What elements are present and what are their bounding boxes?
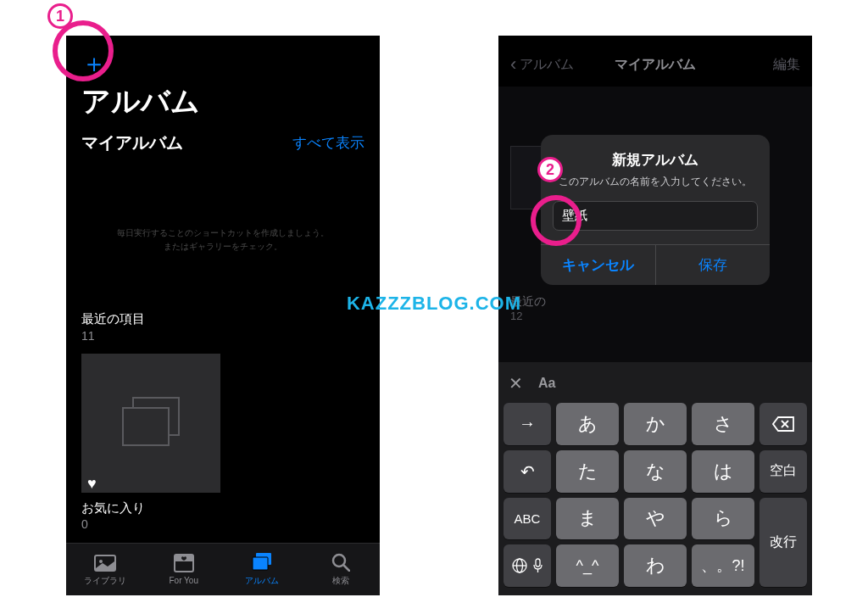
album-name-input[interactable]: 壁紙 (553, 201, 758, 231)
tab-for-you-label: For You (170, 576, 198, 585)
key-return[interactable]: 改行 (760, 498, 807, 588)
tab-library[interactable]: ライブラリ (66, 544, 145, 595)
key-na[interactable]: な (624, 450, 687, 493)
recents-thumbnail[interactable] (81, 354, 220, 493)
see-all-link[interactable]: すべて表示 (292, 133, 364, 153)
favorites-count: 0 (81, 517, 88, 531)
key-space[interactable]: 空白 (760, 450, 807, 493)
photo-stack-icon (125, 402, 176, 444)
tab-albums-label: アルバム (245, 575, 279, 587)
tab-for-you[interactable]: For You (145, 544, 224, 595)
section-header: マイアルバム すべて表示 (81, 131, 364, 154)
phone-left-albums: ＋ アルバム マイアルバム すべて表示 毎日実行することのショートカットを作成し… (66, 36, 380, 595)
edit-button[interactable]: 編集 (773, 56, 800, 74)
help-hint: 毎日実行することのショートカットを作成しましょう。またはギャラリーをチェック。 (117, 226, 329, 254)
for-you-icon (173, 554, 195, 572)
back-label: アルバム (520, 56, 574, 74)
nav-title: マイアルバム (615, 56, 696, 74)
key-ka[interactable]: か (624, 403, 687, 445)
svg-rect-13 (536, 559, 540, 567)
save-button[interactable]: 保存 (656, 245, 771, 285)
recents-count: 11 (81, 329, 95, 343)
search-icon (330, 553, 352, 572)
library-icon (94, 553, 116, 572)
svg-point-6 (333, 555, 345, 567)
key-emoji[interactable]: ^_^ (556, 544, 619, 587)
new-album-alert: 新規アルバム このアルバムの名前を入力してください。 壁紙 キャンセル 保存 (541, 135, 770, 285)
key-undo[interactable]: ↶ (504, 450, 551, 493)
albums-icon (251, 553, 273, 572)
key-punct[interactable]: 、。?! (692, 544, 754, 587)
phone-right-dialog: ‹ アルバム マイアルバム 編集 最近の 12 新規アルバム このアルバムの名前… (498, 36, 812, 595)
key-ra[interactable]: ら (692, 498, 754, 540)
back-button[interactable]: ‹ アルバム (510, 53, 574, 75)
key-ta[interactable]: た (556, 450, 619, 493)
tab-albums[interactable]: アルバム (223, 544, 302, 595)
key-delete[interactable] (760, 403, 807, 445)
page-title: アルバム (81, 82, 200, 121)
keyboard-toolbar: ✕ Aa (502, 367, 809, 399)
svg-point-1 (99, 560, 103, 563)
key-next[interactable]: → (504, 403, 551, 445)
key-ma[interactable]: ま (556, 498, 619, 540)
key-ya[interactable]: や (624, 498, 687, 540)
tab-bar: ライブラリ For You アルバム 検索 (66, 543, 380, 595)
tab-search-label: 検索 (332, 575, 349, 587)
key-a[interactable]: あ (556, 403, 619, 445)
key-sa[interactable]: さ (692, 403, 754, 445)
keyboard: ✕ Aa → あ か さ ↶ た な は 空白 ABC ま や ら 改行 (498, 362, 812, 595)
key-wa[interactable]: わ (624, 544, 687, 587)
svg-rect-5 (253, 557, 268, 570)
alert-buttons: キャンセル 保存 (541, 244, 770, 285)
key-globe-mic[interactable] (504, 544, 551, 587)
alert-message: このアルバムの名前を入力してください。 (541, 175, 770, 189)
alert-title: 新規アルバム (541, 150, 770, 170)
key-abc[interactable]: ABC (504, 498, 551, 540)
keyboard-grid: → あ か さ ↶ た な は 空白 ABC ま や ら 改行 ^_^ (502, 399, 809, 590)
tab-search[interactable]: 検索 (302, 544, 381, 595)
key-ha[interactable]: は (692, 450, 754, 493)
watermark: KAZZZBLOG.COM (347, 293, 521, 315)
chevron-left-icon: ‹ (510, 53, 516, 75)
navigation-bar: ‹ アルバム マイアルバム 編集 (498, 47, 812, 81)
annotation-number-2: 2 (537, 157, 563, 182)
my-albums-label: マイアルバム (81, 131, 183, 154)
kb-close-icon[interactable]: ✕ (509, 373, 523, 394)
recents-label: 最近の項目 (81, 311, 145, 327)
tab-library-label: ライブラリ (84, 575, 126, 587)
cancel-button[interactable]: キャンセル (541, 245, 656, 285)
annotation-number-1: 1 (47, 3, 73, 29)
heart-icon: ♥ (87, 475, 97, 493)
kb-format-icon[interactable]: Aa (538, 376, 555, 391)
add-button[interactable]: ＋ (81, 51, 107, 76)
svg-line-7 (344, 566, 349, 571)
favorites-label: お気に入り (81, 500, 145, 516)
